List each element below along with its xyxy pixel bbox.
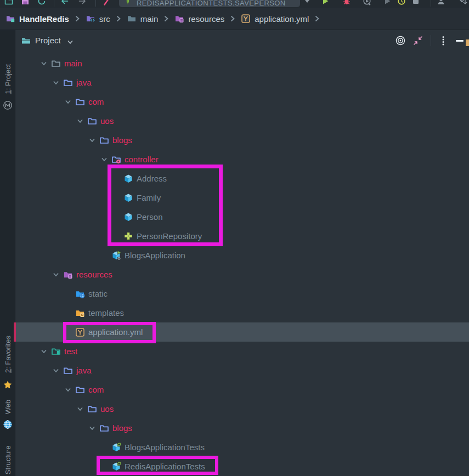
tree-item-label: PersonRepository	[137, 231, 202, 241]
panel-title[interactable]: Project	[35, 36, 61, 45]
breadcrumb-chevron-icon	[74, 15, 81, 22]
chevron-placeholder	[65, 329, 71, 336]
run-config-caret-icon[interactable]	[303, 0, 312, 5]
breadcrumb-label: HandleRedis	[19, 14, 69, 24]
folder-templates-icon	[75, 308, 85, 318]
debug-icon[interactable]	[342, 0, 351, 5]
tree-item-blogs[interactable]: blogs	[15, 131, 469, 150]
chevron-placeholder	[101, 463, 108, 470]
run-icon[interactable]	[321, 0, 330, 5]
breadcrumb-chevron-icon	[115, 15, 122, 22]
hide-panel-icon[interactable]	[454, 35, 465, 46]
project-folder-icon	[21, 36, 31, 46]
breadcrumb-resources[interactable]: resources	[174, 14, 224, 24]
project-tree: mainjavacomuosblogscontrollerAddressFami…	[15, 52, 469, 476]
run-configuration-select[interactable]: REDISAPPLICATIONTESTS.SAVEPERSON	[119, 0, 300, 7]
star-icon[interactable]	[3, 380, 13, 390]
tree-item-family[interactable]: Family	[15, 188, 469, 207]
build-icon[interactable]	[103, 0, 111, 5]
spring-boot-icon	[124, 0, 132, 5]
folder-main-icon	[51, 59, 61, 69]
tree-item-label: Person	[137, 212, 163, 222]
class-icon	[123, 174, 133, 184]
sync-icon[interactable]	[37, 0, 46, 5]
tree-item-label: com	[88, 385, 104, 394]
chevron-down-icon[interactable]	[101, 156, 108, 163]
coverage-icon[interactable]	[363, 0, 371, 5]
user-icon[interactable]	[437, 0, 445, 5]
tree-item-test[interactable]: test	[15, 342, 469, 361]
chevron-placeholder	[113, 233, 120, 240]
chevron-down-icon[interactable]	[65, 99, 71, 105]
tree-item-main[interactable]: main	[15, 54, 469, 73]
tree-item-label: RedisApplicationTests	[125, 462, 205, 471]
chevron-down-icon[interactable]	[89, 425, 95, 432]
tree-item-uos[interactable]: uos	[15, 111, 469, 131]
yaml-icon	[75, 327, 85, 337]
options-menu-icon[interactable]	[438, 35, 449, 46]
breadcrumb: HandleRedis src main resources applicati…	[0, 8, 469, 30]
maven-icon[interactable]	[3, 100, 13, 110]
collapse-all-icon[interactable]	[413, 35, 423, 46]
update-project-icon[interactable]	[459, 0, 468, 5]
tree-item-label: blogs	[112, 135, 132, 145]
back-icon[interactable]	[60, 0, 69, 5]
tree-item-personrepository[interactable]: PersonRepository	[15, 226, 469, 246]
tree-item-label: blogs	[112, 423, 132, 433]
tree-item-application-yml[interactable]: application.yml	[15, 322, 469, 342]
chevron-down-icon[interactable]	[77, 118, 83, 124]
tree-item-person[interactable]: Person	[15, 207, 469, 226]
header-separator	[431, 35, 431, 46]
tree-item-label: static	[88, 289, 108, 298]
stop-icon	[411, 0, 420, 5]
tree-item-address[interactable]: Address	[15, 169, 469, 188]
chevron-down-icon[interactable]	[53, 271, 59, 278]
chevron-down-icon[interactable]	[77, 406, 83, 412]
yaml-file-icon	[241, 14, 251, 24]
tree-item-blogs[interactable]: blogs	[15, 418, 469, 438]
save-all-icon[interactable]	[21, 0, 30, 5]
folder-resources-icon	[63, 270, 73, 280]
tree-item-java[interactable]: java	[15, 73, 469, 92]
select-opened-file-icon[interactable]	[395, 35, 406, 46]
selection-stripe	[14, 322, 16, 342]
tree-item-controller[interactable]: controller	[15, 150, 469, 169]
chevron-down-icon[interactable]	[53, 367, 59, 374]
tree-item-com[interactable]: com	[15, 92, 469, 111]
globe-icon[interactable]	[3, 420, 13, 429]
breadcrumb-application-yml[interactable]: application.yml	[241, 14, 309, 24]
project-panel-header: Project	[15, 30, 469, 52]
breadcrumb-main[interactable]: main	[127, 14, 159, 24]
main-toolbar: REDISAPPLICATIONTESTS.SAVEPERSON	[0, 0, 469, 8]
toolbar-separator	[54, 0, 54, 7]
tree-item-resources[interactable]: resources	[15, 265, 469, 284]
tree-item-uos[interactable]: uos	[15, 399, 469, 418]
tree-item-label: templates	[88, 308, 124, 318]
chevron-down-icon[interactable]	[67, 38, 74, 44]
tree-item-redisapplicationtests[interactable]: RedisApplicationTests	[15, 457, 469, 476]
tree-item-blogsapplicationtests[interactable]: BlogsApplicationTests	[15, 438, 469, 457]
tree-item-label: application.yml	[88, 327, 143, 337]
tree-item-blogsapplication[interactable]: BlogsApplication	[15, 246, 469, 265]
open-project-icon[interactable]	[4, 0, 13, 5]
tree-item-label: controller	[125, 155, 159, 164]
forward-icon[interactable]	[78, 0, 87, 5]
chevron-down-icon[interactable]	[41, 60, 47, 67]
project-root-icon	[5, 14, 15, 24]
class-icon	[123, 193, 133, 203]
breadcrumb-src[interactable]: src	[86, 14, 110, 24]
tree-item-com[interactable]: com	[15, 380, 469, 399]
tree-item-static[interactable]: static	[15, 284, 469, 303]
chevron-down-icon[interactable]	[53, 80, 59, 86]
toolbar-separator	[95, 0, 96, 7]
chevron-down-icon[interactable]	[41, 348, 47, 355]
tree-item-templates[interactable]: templates	[15, 303, 469, 322]
chevron-down-icon[interactable]	[65, 387, 71, 393]
src-root-icon	[86, 14, 95, 24]
folder-controller-icon	[111, 155, 121, 165]
chevron-down-icon[interactable]	[89, 137, 95, 144]
profiler-icon[interactable]	[397, 0, 406, 5]
tree-item-java[interactable]: java	[15, 361, 469, 380]
folder-blue-icon	[75, 385, 85, 395]
breadcrumb-project[interactable]: HandleRedis	[5, 14, 69, 24]
